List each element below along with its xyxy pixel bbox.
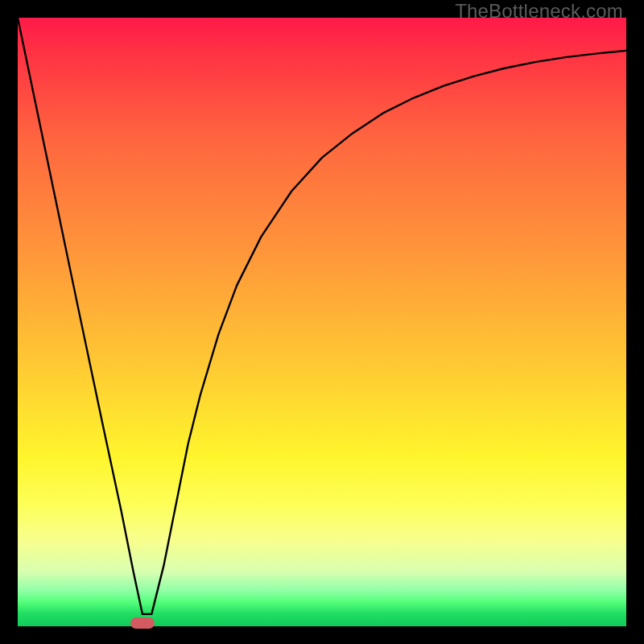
bottleneck-curve bbox=[18, 18, 626, 626]
watermark-label: TheBottleneck.com bbox=[455, 0, 623, 23]
chart-frame: TheBottleneck.com bbox=[0, 0, 644, 644]
chart-plot-area bbox=[18, 18, 626, 626]
optimum-marker bbox=[130, 617, 155, 629]
